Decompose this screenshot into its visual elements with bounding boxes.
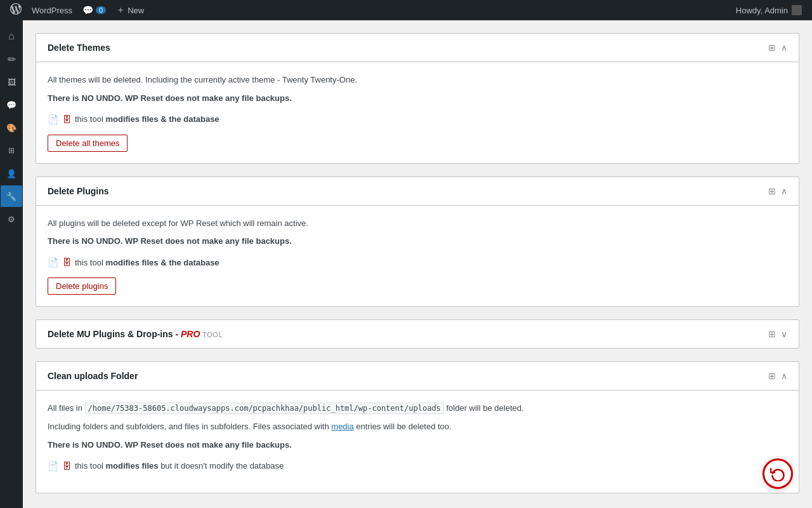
delete-plugins-collapse-icon[interactable]: ∧ [781, 186, 787, 196]
delete-themes-title: Delete Themes [48, 43, 110, 53]
sidebar-item-dashboard[interactable]: ⌂ [1, 25, 22, 47]
delete-themes-description: All themes will be deleted. Including th… [48, 74, 787, 87]
uploads-path: /home/75383-58605.cloudwaysapps.com/pcpa… [85, 403, 444, 414]
plus-icon: ＋ [116, 4, 125, 16]
sidebar-item-users[interactable]: 👤 [1, 163, 22, 184]
new-content-link[interactable]: ＋ New [111, 0, 149, 20]
file-icon-plugins: 📄 [48, 257, 58, 267]
clean-uploads-warning: There is NO UNDO. WP Reset does not make… [48, 439, 787, 452]
sidebar-item-plugins[interactable]: ⊞ [1, 140, 22, 161]
howdy-label: Howdy, Admin [736, 6, 788, 15]
user-avatar [792, 5, 802, 15]
delete-plugins-body: All plugins will be deleted except for W… [36, 206, 799, 307]
delete-themes-card: Delete Themes ⊞ ∧ All themes will be del… [36, 33, 799, 164]
clean-uploads-header: Clean uploads Folder ⊞ ∧ [36, 362, 799, 391]
database-icon-plugins: 🗄 [62, 257, 71, 267]
comments-count: 0 [96, 6, 106, 14]
delete-mu-plugins-card: Delete MU Plugins & Drop-ins - PRO TOOL … [36, 319, 799, 349]
file-icon: 📄 [48, 114, 58, 124]
database-icon-uploads: 🗄 [62, 461, 71, 471]
delete-themes-actions: ⊞ ∧ [768, 43, 787, 53]
clean-uploads-modifier: 📄 🗄 this tool modifies files but it does… [48, 461, 787, 471]
sidebar-item-settings[interactable]: ⚙ [1, 208, 22, 230]
delete-plugins-header: Delete Plugins ⊞ ∧ [36, 177, 799, 206]
delete-mu-plugins-title: Delete MU Plugins & Drop-ins - PRO TOOL [48, 329, 223, 339]
delete-plugins-title: Delete Plugins [48, 186, 108, 196]
delete-mu-plugins-actions: ⊞ ∨ [768, 329, 787, 339]
delete-themes-header: Delete Themes ⊞ ∧ [36, 34, 799, 62]
delete-plugins-grid-icon[interactable]: ⊞ [768, 186, 776, 196]
delete-plugins-warning: There is NO UNDO. WP Reset does not make… [48, 235, 787, 248]
wp-logo[interactable] [5, 0, 27, 20]
clean-uploads-grid-icon[interactable]: ⊞ [768, 371, 776, 381]
delete-themes-body: All themes will be deleted. Including th… [36, 62, 799, 163]
clean-uploads-title: Clean uploads Folder [48, 371, 138, 381]
wordpress-logo-icon [10, 3, 22, 18]
delete-all-themes-button[interactable]: Delete all themes [48, 135, 128, 152]
main-content: Delete Themes ⊞ ∧ All themes will be del… [23, 20, 812, 508]
delete-mu-plugins-header: Delete MU Plugins & Drop-ins - PRO TOOL … [36, 320, 799, 348]
delete-mu-plugins-collapse-icon[interactable]: ∨ [781, 329, 787, 339]
delete-plugins-actions: ⊞ ∧ [768, 186, 787, 196]
delete-plugins-modifier: 📄 🗄 this tool modifies files & the datab… [48, 257, 787, 267]
delete-plugins-button[interactable]: Delete plugins [48, 277, 116, 295]
sidebar-item-tools[interactable]: 🔧 [1, 185, 22, 207]
file-icon-uploads: 📄 [48, 461, 58, 471]
sidebar-item-appearance[interactable]: 🎨 [1, 117, 22, 138]
delete-themes-grid-icon[interactable]: ⊞ [768, 43, 776, 53]
refresh-button[interactable] [763, 458, 793, 489]
comment-icon: 💬 [82, 5, 93, 15]
clean-uploads-actions: ⊞ ∧ [768, 371, 787, 381]
media-link[interactable]: media [331, 422, 353, 431]
delete-themes-modifier: 📄 🗄 this tool modifies files & the datab… [48, 114, 787, 124]
clean-uploads-description: All files in /home/75383-58605.cloudways… [48, 402, 787, 415]
delete-plugins-description: All plugins will be deleted except for W… [48, 217, 787, 231]
admin-bar: WordPress 💬 0 ＋ New Howdy, Admin [0, 0, 812, 20]
delete-themes-warning: There is NO UNDO. WP Reset does not make… [48, 92, 787, 105]
clean-uploads-collapse-icon[interactable]: ∧ [781, 371, 787, 381]
admin-sidebar: ⌂ ✏ 🖼 💬 🎨 ⊞ 👤 🔧 ⚙ [0, 20, 23, 508]
clean-uploads-description2: Including folders and subfolders, and fi… [48, 420, 787, 434]
sidebar-item-media[interactable]: 🖼 [1, 71, 22, 93]
delete-mu-plugins-grid-icon[interactable]: ⊞ [768, 329, 776, 339]
new-label: New [128, 6, 144, 15]
sidebar-item-posts[interactable]: ✏ [1, 48, 22, 70]
comments-link[interactable]: 💬 0 [77, 0, 111, 20]
howdy-section[interactable]: Howdy, Admin [731, 5, 807, 15]
site-name-link[interactable]: WordPress [27, 0, 77, 20]
sidebar-item-comments[interactable]: 💬 [1, 94, 22, 116]
database-icon: 🗄 [62, 114, 71, 124]
site-name-label: WordPress [32, 6, 72, 15]
delete-plugins-card: Delete Plugins ⊞ ∧ All plugins will be d… [36, 177, 799, 307]
clean-uploads-body: All files in /home/75383-58605.cloudways… [36, 391, 799, 492]
clean-uploads-card: Clean uploads Folder ⊞ ∧ All files in /h… [36, 361, 799, 493]
delete-themes-collapse-icon[interactable]: ∧ [781, 43, 787, 53]
